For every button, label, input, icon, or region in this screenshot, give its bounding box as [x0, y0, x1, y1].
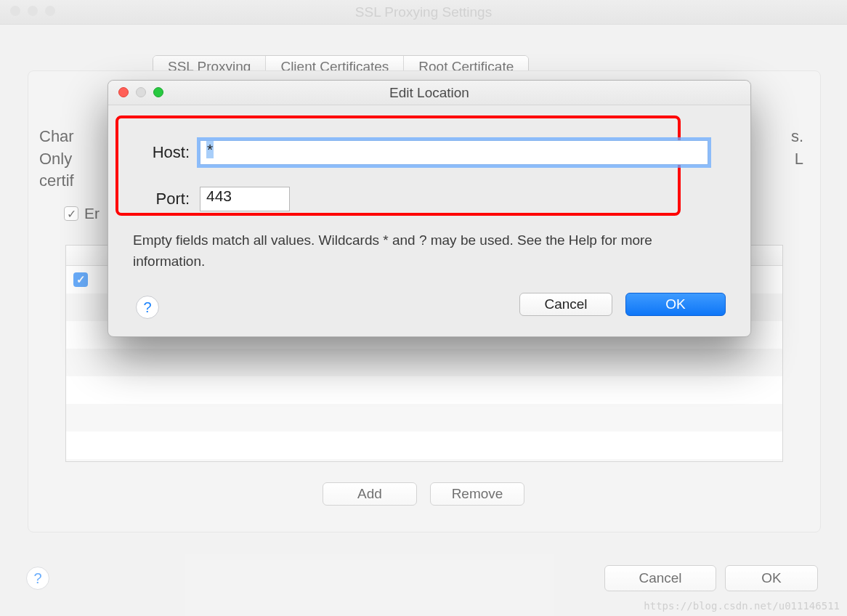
- modal-traffic-lights: [118, 87, 163, 97]
- zoom-icon[interactable]: [153, 87, 163, 97]
- panel-desc-fragment: certif: [39, 171, 74, 190]
- table-row[interactable]: [66, 376, 782, 404]
- row-checkbox[interactable]: ✓: [73, 272, 88, 287]
- port-row: Port: 443: [133, 187, 290, 211]
- panel-desc-fragment: s.: [791, 127, 803, 146]
- back-traffic-lights: [10, 6, 55, 16]
- watermark: https://blog.csdn.net/u011146511: [644, 600, 840, 612]
- edit-location-modal: Edit Location Host: * Port: 443 Empty fi…: [108, 80, 751, 337]
- modal-buttons: Cancel OK: [519, 293, 726, 316]
- table-row[interactable]: [66, 349, 782, 376]
- close-icon[interactable]: [118, 87, 129, 97]
- table-row[interactable]: [66, 404, 782, 431]
- panel-buttons: Add Remove: [0, 482, 847, 506]
- form-hint: Empty fields match all values. Wildcards…: [133, 230, 726, 272]
- table-row[interactable]: [66, 459, 782, 461]
- help-icon[interactable]: ?: [136, 296, 159, 319]
- table-row[interactable]: [66, 431, 782, 459]
- minimize-icon: [136, 87, 146, 97]
- host-row: Host: *: [133, 140, 708, 165]
- panel-desc-fragment: Only: [39, 150, 72, 169]
- back-window-titlebar: SSL Proxying Settings: [0, 0, 847, 25]
- back-cancel-button[interactable]: Cancel: [604, 565, 716, 591]
- panel-desc-fragment: Char: [39, 127, 74, 146]
- enable-ssl-checkbox-row: ✓ Er: [64, 205, 100, 222]
- back-ok-button[interactable]: OK: [725, 565, 818, 591]
- add-button[interactable]: Add: [323, 482, 417, 506]
- enable-ssl-checkbox[interactable]: ✓: [64, 206, 78, 221]
- enable-ssl-label-fragment: Er: [84, 205, 100, 222]
- modal-title: Edit Location: [108, 81, 750, 105]
- port-input[interactable]: 443: [200, 187, 290, 211]
- ok-button[interactable]: OK: [625, 293, 726, 316]
- host-input[interactable]: *: [200, 140, 708, 165]
- zoom-icon[interactable]: [45, 6, 55, 16]
- back-window-title: SSL Proxying Settings: [0, 0, 847, 25]
- modal-titlebar: Edit Location: [108, 81, 750, 105]
- close-icon[interactable]: [10, 6, 20, 16]
- minimize-icon[interactable]: [28, 6, 38, 16]
- panel-desc-fragment: L: [795, 150, 803, 169]
- host-label: Host:: [133, 143, 190, 162]
- port-label: Port:: [133, 190, 190, 208]
- help-icon[interactable]: ?: [26, 567, 49, 590]
- cancel-button[interactable]: Cancel: [519, 293, 612, 316]
- remove-button[interactable]: Remove: [430, 482, 524, 506]
